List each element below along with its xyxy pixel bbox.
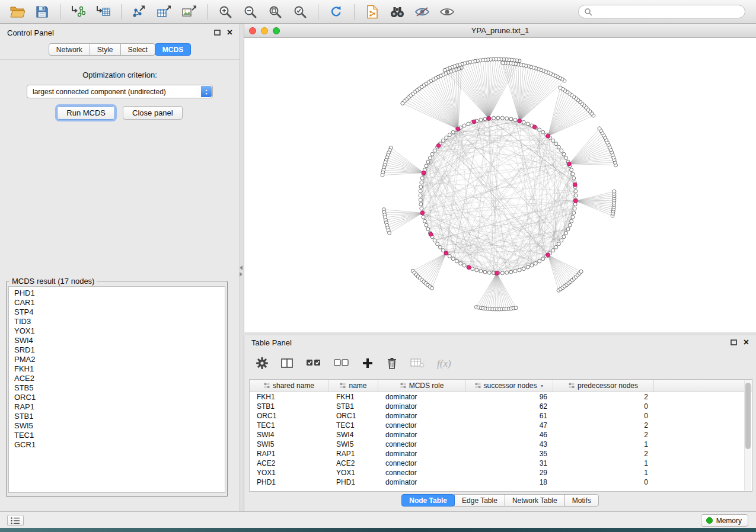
- run-mcds-button[interactable]: Run MCDS: [57, 106, 115, 120]
- deselect-all-button[interactable]: [334, 358, 349, 370]
- table-delete-icon: [410, 358, 425, 368]
- import-table-button[interactable]: [92, 2, 114, 21]
- table-cell: connector: [378, 459, 466, 467]
- table-cell: dominator: [378, 412, 466, 420]
- import-network-button[interactable]: [67, 2, 90, 21]
- table-row[interactable]: TEC1TEC1connector472: [250, 421, 752, 430]
- save-session-button[interactable]: [31, 2, 53, 21]
- mcds-result-item[interactable]: ACE2: [14, 374, 225, 383]
- mcds-result-item[interactable]: TID3: [14, 317, 225, 326]
- table-row[interactable]: SWI4SWI4dominator462: [250, 430, 752, 440]
- table-row[interactable]: FKH1FKH1dominator962: [250, 392, 752, 402]
- network-view-window: YPA_prune.txt_1: [244, 24, 756, 332]
- mcds-result-item[interactable]: FKH1: [14, 364, 225, 374]
- export-table-button[interactable]: [153, 2, 176, 21]
- column-header-name[interactable]: name: [329, 380, 378, 392]
- apply-layout-button[interactable]: [325, 2, 347, 21]
- column-header-MCDS-role[interactable]: MCDS role: [378, 380, 466, 392]
- zoom-in-button[interactable]: [214, 2, 237, 21]
- function-builder-button: f(x): [437, 358, 451, 370]
- node-table-body: FKH1FKH1dominator962STB1STB1dominator620…: [250, 392, 752, 487]
- zoom-out-button[interactable]: [239, 2, 261, 21]
- mcds-result-item[interactable]: STB1: [14, 412, 225, 421]
- export-network-button[interactable]: [128, 2, 151, 21]
- export-image-button[interactable]: [178, 2, 200, 21]
- mcds-result-item[interactable]: RAP1: [14, 402, 225, 412]
- table-row[interactable]: ACE2ACE2connector311: [250, 459, 752, 468]
- splitter-handle-icon[interactable]: [240, 265, 243, 277]
- mcds-result-item[interactable]: PMA2: [14, 355, 225, 364]
- close-panel-icon[interactable]: ×: [227, 28, 232, 37]
- network-canvas[interactable]: [244, 38, 755, 332]
- column-header-icon: [569, 383, 575, 389]
- maximize-window-button[interactable]: [273, 27, 280, 34]
- mcds-result-item[interactable]: ORC1: [14, 393, 225, 402]
- open-session-button[interactable]: [6, 2, 28, 21]
- table-row[interactable]: YOX1YOX1connector291: [250, 468, 752, 477]
- tab-select[interactable]: Select: [120, 43, 155, 56]
- show-columns-button[interactable]: [280, 357, 294, 371]
- table-row[interactable]: SWI5SWI5connector431: [250, 440, 752, 449]
- search-field[interactable]: [578, 5, 745, 18]
- hide-graphics-details-button[interactable]: [411, 2, 433, 21]
- close-panel-button[interactable]: Close panel: [123, 106, 183, 120]
- table-cell: SWI5: [329, 440, 378, 448]
- trash-icon: [386, 357, 398, 370]
- network-graph[interactable]: [244, 38, 755, 332]
- close-window-button[interactable]: [249, 27, 256, 34]
- mcds-result-item[interactable]: TEC1: [14, 431, 225, 440]
- table-cell: 35: [466, 450, 553, 458]
- table-cell: 2: [553, 393, 654, 401]
- mcds-result-item[interactable]: PHD1: [14, 289, 225, 298]
- table-row[interactable]: PHD1PHD1dominator180: [250, 477, 752, 487]
- show-graphics-details-button[interactable]: [436, 2, 458, 21]
- mcds-result-item[interactable]: STB5: [14, 383, 225, 393]
- share-network-button[interactable]: [361, 2, 384, 21]
- scrollbar-thumb[interactable]: [745, 383, 751, 449]
- select-all-button[interactable]: [306, 358, 321, 370]
- search-input[interactable]: [596, 8, 739, 16]
- network-titlebar[interactable]: YPA_prune.txt_1: [244, 24, 756, 38]
- float-panel-icon[interactable]: [214, 30, 221, 36]
- zoom-fit-button[interactable]: [264, 2, 286, 21]
- mcds-result-item[interactable]: CAR1: [14, 298, 225, 307]
- add-column-button[interactable]: [362, 357, 374, 371]
- tab-edge-table[interactable]: Edge Table: [454, 494, 505, 507]
- mcds-result-item[interactable]: YOX1: [14, 326, 225, 336]
- table-row[interactable]: ORC1ORC1dominator610: [250, 411, 752, 421]
- table-scrollbar[interactable]: [744, 380, 751, 491]
- column-header-predecessor-nodes[interactable]: predecessor nodes: [553, 380, 654, 392]
- tab-network[interactable]: Network: [49, 43, 90, 56]
- minimize-window-button[interactable]: [261, 27, 268, 34]
- find-button[interactable]: [386, 2, 409, 21]
- table-cell: 2: [553, 450, 654, 458]
- table-cell: 2: [553, 431, 654, 439]
- table-row[interactable]: STB1STB1dominator620: [250, 402, 752, 411]
- float-panel-icon[interactable]: [731, 339, 737, 345]
- zoom-selected-button[interactable]: [289, 2, 311, 21]
- gear-icon: [256, 357, 268, 369]
- mcds-result-list[interactable]: PHD1CAR1STP4TID3YOX1SWI4SRD1PMA2FKH1ACE2…: [8, 286, 225, 493]
- table-options-button[interactable]: [256, 357, 268, 371]
- close-panel-icon[interactable]: ×: [744, 338, 749, 347]
- tab-mcds[interactable]: MCDS: [155, 43, 191, 56]
- mcds-result-item[interactable]: SWI4: [14, 336, 225, 345]
- table-row[interactable]: RAP1RAP1dominator352: [250, 449, 752, 459]
- table-cell: ACE2: [329, 459, 378, 467]
- memory-button[interactable]: Memory: [701, 514, 748, 527]
- mcds-result-item[interactable]: GCR1: [14, 440, 225, 450]
- mcds-result-item[interactable]: STP4: [14, 307, 225, 317]
- tab-motifs[interactable]: Motifs: [564, 494, 599, 507]
- column-header-successor-nodes[interactable]: successor nodes▼: [466, 380, 553, 392]
- task-history-button[interactable]: [7, 515, 24, 526]
- mcds-result-item[interactable]: SWI5: [14, 421, 225, 431]
- delete-column-button[interactable]: [386, 357, 398, 371]
- mcds-result-item[interactable]: SRD1: [14, 345, 225, 355]
- criterion-select[interactable]: largest connected component (undirected)…: [27, 85, 213, 98]
- tab-style[interactable]: Style: [90, 43, 121, 56]
- table-cell: TEC1: [329, 421, 378, 430]
- tab-network-table[interactable]: Network Table: [505, 494, 565, 507]
- sort-caret-icon[interactable]: ▼: [540, 384, 544, 388]
- column-header-shared-name[interactable]: shared name: [250, 380, 329, 392]
- tab-node-table[interactable]: Node Table: [401, 494, 455, 507]
